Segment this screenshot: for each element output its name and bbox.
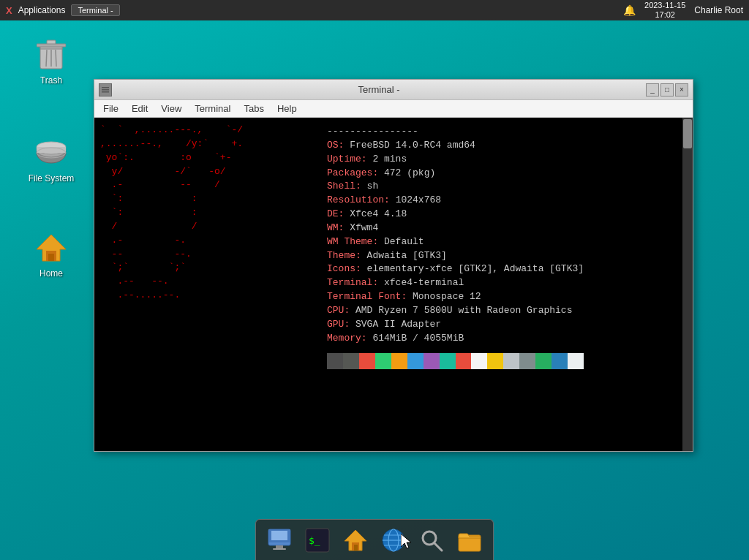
sysinfo-os: OS: FreeBSD 14.0-RC4 amd64 <box>327 139 584 153</box>
home-icon[interactable]: Home <box>22 230 80 279</box>
desktop-svg <box>267 528 292 553</box>
dock-item-terminal[interactable]: $_ <box>300 523 335 558</box>
filesystem-label: File System <box>29 173 75 183</box>
search-svg <box>419 528 444 553</box>
maximize-button[interactable]: □ <box>660 83 674 97</box>
swatch-10 <box>487 353 503 369</box>
swatch-0 <box>327 353 343 369</box>
sysinfo-de: DE: Xfce4 4.18 <box>327 208 584 222</box>
menu-edit[interactable]: Edit <box>126 102 154 116</box>
swatch-12 <box>519 353 535 369</box>
close-button[interactable]: × <box>675 83 688 97</box>
svg-rect-21 <box>271 531 287 540</box>
swatch-15 <box>568 353 584 369</box>
svg-rect-17 <box>102 89 109 91</box>
sysinfo-theme: Theme: Adwaita [GTK3] <box>327 249 584 263</box>
filesystem-icon-img <box>34 135 69 170</box>
titlebar-left <box>99 83 112 97</box>
svg-rect-28 <box>354 545 358 550</box>
swatch-1 <box>343 353 359 369</box>
terminal-body[interactable]: ` ` ,......---., `-/ ,......--., /y:` +.… <box>94 118 693 451</box>
svg-line-35 <box>434 543 442 550</box>
scrollbar-thumb[interactable] <box>683 119 692 148</box>
swatch-11 <box>503 353 519 369</box>
menu-file[interactable]: File <box>97 102 124 116</box>
swatch-4 <box>391 353 407 369</box>
titlebar-buttons: _ □ × <box>646 83 688 97</box>
svg-rect-16 <box>102 87 109 88</box>
filesystem-svg <box>35 137 67 169</box>
swatch-6 <box>424 353 440 369</box>
window-menu-icon[interactable] <box>99 83 112 97</box>
term-layout: ` ` ,......---., `-/ ,......--., /y:` +.… <box>100 124 687 445</box>
ascii-art: ` ` ,......---., `-/ ,......--., /y:` +.… <box>100 124 320 445</box>
sysinfo-wm: WM: Xfwm4 <box>327 222 584 235</box>
home-dock-icon-shape <box>342 527 369 553</box>
notification-bell-icon[interactable]: 🔔 <box>623 4 636 16</box>
color-bar <box>327 353 584 369</box>
bottom-dock: $_ <box>255 519 494 560</box>
sysinfo-cpu: CPU: AMD Ryzen 7 5800U with Radeon Graph… <box>327 304 584 318</box>
files-icon-shape <box>456 527 483 553</box>
svg-rect-22 <box>276 545 283 548</box>
taskbar-top: X Applications Terminal - 🔔 2023-11-1517… <box>0 0 749 20</box>
sysinfo-gpu: GPU: SVGA II Adapter <box>327 318 584 332</box>
home-svg <box>35 232 67 264</box>
browser-svg <box>381 528 406 553</box>
search-icon-shape <box>418 527 445 553</box>
svg-text:$_: $_ <box>309 535 320 546</box>
window-button[interactable]: Terminal - <box>71 4 119 16</box>
dock-item-browser[interactable] <box>376 523 411 558</box>
dock-item-search[interactable] <box>414 523 449 558</box>
dock-item-home[interactable] <box>338 523 373 558</box>
taskbar-right: 🔔 2023-11-1517:02 Charlie Root <box>623 1 743 20</box>
sysinfo-icons: Icons: elementary-xfce [GTK2], Adwaita [… <box>327 262 584 276</box>
menu-help[interactable]: Help <box>271 102 303 116</box>
home-dock-svg <box>343 528 368 553</box>
trash-icon[interactable]: Trash <box>22 37 80 86</box>
swatch-13 <box>535 353 552 369</box>
username-display: Charlie Root <box>694 5 743 15</box>
sysinfo-packages: Packages: 472 (pkg) <box>327 167 584 181</box>
swatch-9 <box>471 353 487 369</box>
trash-label: Trash <box>40 75 62 86</box>
swatch-7 <box>440 353 456 369</box>
sysinfo-terminal: Terminal: xfce4-terminal <box>327 276 584 290</box>
minimize-button[interactable]: _ <box>646 83 659 97</box>
sysinfo-memory: Memory: 614MiB / 4055MiB <box>327 332 584 346</box>
sysinfo-panel: ---------------- OS: FreeBSD 14.0-RC4 am… <box>327 124 584 445</box>
applications-label[interactable]: Applications <box>18 5 66 15</box>
taskbar-left: X Applications Terminal - <box>6 4 120 16</box>
sysinfo-termfont: Terminal Font: Monospace 12 <box>327 290 584 304</box>
terminal-title: Terminal - <box>112 84 646 95</box>
dock-item-files[interactable] <box>452 523 487 558</box>
dock-item-desktop[interactable] <box>262 523 297 558</box>
terminal-dock-svg: $_ <box>305 528 330 553</box>
sysinfo-resolution: Resolution: 1024x768 <box>327 194 584 208</box>
files-svg <box>457 528 482 553</box>
x-logo: X <box>6 5 12 16</box>
svg-rect-23 <box>273 548 286 550</box>
datetime-display: 2023-11-1517:02 <box>644 1 685 20</box>
svg-rect-18 <box>102 91 109 93</box>
sysinfo-wmtheme: WM Theme: Default <box>327 235 584 249</box>
menu-view[interactable]: View <box>155 102 187 116</box>
menu-terminal[interactable]: Terminal <box>189 102 236 116</box>
terminal-titlebar: Terminal - _ □ × <box>94 80 693 100</box>
swatch-5 <box>407 353 424 369</box>
scrollbar-track[interactable] <box>682 118 693 451</box>
svg-line-4 <box>46 50 47 67</box>
svg-rect-3 <box>37 44 66 47</box>
svg-line-6 <box>56 50 56 67</box>
window-button-label: Terminal - <box>78 6 113 15</box>
filesystem-icon[interactable]: File System <box>22 135 80 183</box>
browser-icon-shape <box>380 527 407 553</box>
menu-tabs[interactable]: Tabs <box>238 102 269 116</box>
swatch-2 <box>359 353 375 369</box>
swatch-3 <box>375 353 391 369</box>
home-label: Home <box>39 268 63 279</box>
sysinfo-uptime: Uptime: 2 mins <box>327 153 584 167</box>
sysinfo-shell: Shell: sh <box>327 180 584 194</box>
trash-svg <box>37 38 66 72</box>
trash-icon-img <box>34 37 69 72</box>
